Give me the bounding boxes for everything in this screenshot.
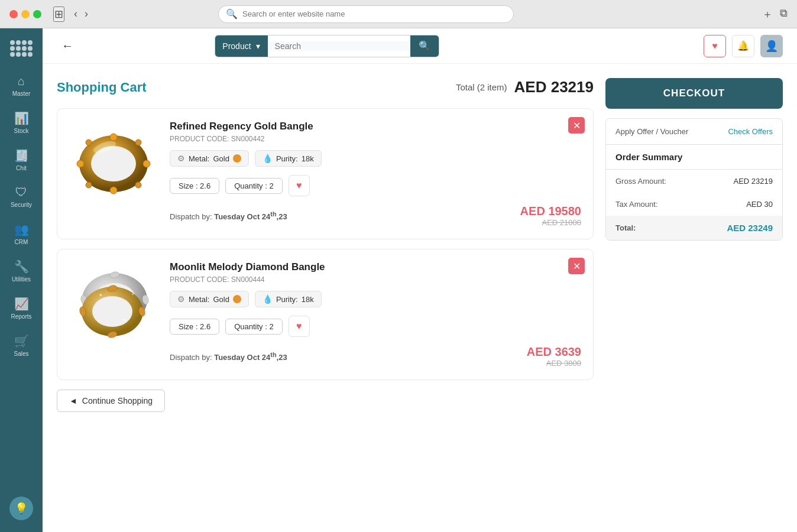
sidebar-item-utilities[interactable]: 🔧 Utilities — [0, 254, 43, 288]
gold-color-dot — [233, 154, 241, 163]
order-summary-title: Order Summary — [606, 145, 782, 170]
wishlist-header-button[interactable]: ♥ — [704, 35, 726, 57]
item-1-price: AED 19580 AED 21000 — [520, 205, 581, 227]
fullscreen-window-button[interactable] — [33, 10, 41, 18]
search-magnify-icon: 🔍 — [419, 41, 430, 51]
reports-icon: 📈 — [14, 297, 29, 311]
tabs-button[interactable]: ⧉ — [780, 7, 788, 21]
logo-dot — [22, 40, 27, 45]
remove-item-2-button[interactable]: ✕ — [568, 258, 585, 274]
sidebar-item-security[interactable]: 🛡 Security — [0, 180, 43, 214]
sidebar-item-reports[interactable]: 📈 Reports — [0, 291, 43, 326]
search-category-label: Product — [222, 41, 251, 51]
minimize-window-button[interactable] — [21, 10, 30, 18]
svg-text:✦: ✦ — [99, 293, 103, 298]
logo-dot — [16, 46, 21, 51]
search-button[interactable]: 🔍 — [410, 35, 439, 57]
check-offers-link[interactable]: Check Offers — [728, 127, 773, 136]
item-2-details: Moonlit Melody Diamond Bangle PRODUCT CO… — [170, 261, 581, 368]
user-profile-button[interactable]: 👤 — [760, 35, 783, 57]
sidebar-item-chit[interactable]: 🧾 Chit — [0, 142, 43, 177]
browser-actions: ＋ ⧉ — [762, 7, 788, 21]
gross-amount-row: Gross Amount: AED 23219 — [606, 170, 782, 193]
logo-dot — [28, 46, 33, 51]
sidebar-toggle-button[interactable]: ⊞ — [53, 7, 64, 22]
right-panel: CHECKOUT Apply Offer / Voucher Check Off… — [605, 78, 783, 518]
home-icon: ⌂ — [18, 74, 25, 88]
item-2-attrs: ⚙ Metal: Gold 💧 Purity: 18k — [170, 291, 581, 307]
bell-icon: 🔔 — [737, 40, 749, 51]
tax-amount-label: Tax Amount: — [615, 200, 658, 209]
tax-amount-row: Tax Amount: AED 30 — [606, 193, 782, 216]
continue-shopping-button[interactable]: ◄ Continue Shopping — [57, 390, 165, 412]
logo-dot — [16, 52, 21, 57]
traffic-lights — [9, 10, 41, 18]
item-2-footer: Dispatch by: Tuesday Oct 24th,23 AED 363… — [170, 345, 581, 368]
metal-icon-2: ⚙ — [177, 294, 185, 304]
svg-point-2 — [110, 134, 117, 141]
utilities-icon: 🔧 — [14, 259, 29, 274]
main-content: ← Product ▾ 🔍 ♥ 🔔 👤 — [43, 28, 797, 532]
search-input[interactable] — [268, 41, 411, 51]
back-button[interactable]: ← — [57, 37, 78, 55]
remove-item-1-button[interactable]: ✕ — [568, 117, 585, 134]
item-1-details: Refined Regency Gold Bangle PRODUCT CODE… — [170, 121, 581, 227]
logo-dot — [22, 46, 27, 51]
svg-text:✦: ✦ — [122, 317, 127, 323]
bulb-icon: 💡 — [15, 502, 28, 515]
total-row: Total: AED 23249 — [606, 216, 782, 240]
nav-arrows: ‹ › — [72, 7, 90, 21]
cart-total: Total (2 item) AED 23219 — [456, 78, 594, 96]
purity-icon-2: 💧 — [263, 294, 273, 304]
back-nav-button[interactable]: ‹ — [72, 7, 80, 21]
logo-dot — [22, 52, 27, 57]
sidebar: ⌂ Master 📊 Stock 🧾 Chit 🛡 Security 👥 CRM… — [0, 28, 43, 532]
new-tab-button[interactable]: ＋ — [762, 7, 773, 21]
checkout-button[interactable]: CHECKOUT — [605, 78, 783, 109]
svg-point-4 — [77, 160, 84, 167]
page-body: Shopping Cart Total (2 item) AED 23219 ✕ — [43, 64, 797, 532]
item-2-quantity: Quantity : 2 — [225, 319, 282, 335]
logo-dot — [10, 46, 15, 51]
item-1-footer: Dispatch by: Tuesday Oct 24th,23 AED 195… — [170, 205, 581, 227]
sidebar-item-sales[interactable]: 🛒 Sales — [0, 328, 43, 363]
item-1-wishlist-button[interactable]: ♥ — [289, 175, 310, 196]
search-bar: Product ▾ 🔍 — [215, 35, 439, 57]
svg-point-6 — [86, 140, 92, 145]
address-bar[interactable]: 🔍 — [218, 5, 514, 23]
cart-total-label: Total (2 item) — [456, 82, 507, 92]
cart-item-2: ✕ — [57, 249, 594, 380]
svg-point-3 — [110, 187, 117, 194]
forward-nav-button[interactable]: › — [82, 7, 90, 21]
svg-text:✦: ✦ — [131, 293, 134, 296]
sales-icon: 🛒 — [14, 334, 29, 348]
item-2-size: Size : 2.6 — [170, 319, 219, 335]
item-2-current-price: AED 3639 — [527, 345, 581, 359]
item-1-attrs: ⚙ Metal: Gold 💧 Purity: 18k — [170, 150, 581, 167]
svg-point-7 — [135, 140, 141, 145]
item-2-dispatch: Dispatch by: Tuesday Oct 24th,23 — [170, 351, 287, 362]
item-2-content: ✦ ✦ ✦ Moonlit Melody Diamond Bangle PROD… — [69, 261, 581, 368]
item-1-purity-attr: 💧 Purity: 18k — [255, 150, 322, 167]
logo-dot — [16, 40, 21, 45]
address-input[interactable] — [242, 9, 506, 18]
item-1-image — [69, 121, 158, 203]
heart-icon: ♥ — [712, 41, 718, 51]
close-window-button[interactable] — [9, 10, 18, 18]
sidebar-item-master[interactable]: ⌂ Master — [0, 69, 43, 103]
item-1-options: Size : 2.6 Quantity : 2 ♥ — [170, 175, 581, 196]
sidebar-item-stock[interactable]: 📊 Stock — [0, 105, 43, 140]
purity-icon: 💧 — [263, 154, 273, 163]
cart-section: Shopping Cart Total (2 item) AED 23219 ✕ — [57, 78, 594, 518]
item-2-original-price: AED 3800 — [527, 359, 581, 368]
bulb-button[interactable]: 💡 — [9, 497, 33, 520]
app-header: ← Product ▾ 🔍 ♥ 🔔 👤 — [43, 28, 797, 64]
item-1-current-price: AED 19580 — [520, 205, 581, 218]
header-actions: ♥ 🔔 👤 — [704, 35, 783, 57]
item-2-wishlist-button[interactable]: ♥ — [289, 316, 310, 337]
search-category-dropdown[interactable]: Product ▾ — [215, 35, 267, 57]
item-2-options: Size : 2.6 Quantity : 2 ♥ — [170, 316, 581, 337]
notifications-button[interactable]: 🔔 — [732, 35, 754, 57]
sidebar-item-crm[interactable]: 👥 CRM — [0, 216, 43, 251]
tax-amount-value: AED 30 — [746, 200, 773, 209]
